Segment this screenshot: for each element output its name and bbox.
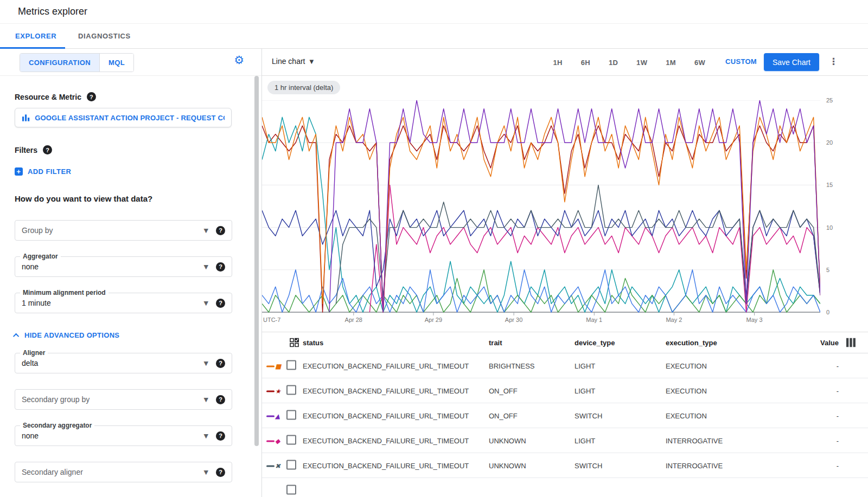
secondary-aggregator-select[interactable]: Secondary aggregator none ▼ ? — [15, 425, 232, 446]
time-range-6h[interactable]: 6H — [581, 59, 590, 67]
configuration-panel: CONFIGURATION MQL ⚙ Resource & Metric ? … — [0, 49, 261, 497]
table-row: ✖EXECUTION_BACKEND_FAILURE_URL_TIMEOUTUN… — [262, 453, 868, 478]
add-box-icon: + — [15, 167, 23, 176]
hide-advanced-options-toggle[interactable]: HIDE ADVANCED OPTIONS — [15, 331, 119, 339]
time-range-6w[interactable]: 6W — [694, 59, 705, 67]
device-type-cell: LIGHT — [575, 386, 595, 395]
aggregator-select[interactable]: Aggregator none ▼ ? — [15, 256, 232, 277]
legend-table-header: status trait device_type execution_type … — [262, 332, 868, 353]
row-checkbox[interactable] — [286, 360, 296, 370]
column-header-device-type[interactable]: device_type — [575, 339, 615, 347]
series-line-swatch — [266, 365, 275, 367]
time-range-1d[interactable]: 1D — [609, 59, 618, 67]
help-icon[interactable]: ? — [216, 299, 225, 308]
x-tick-label: Apr 28 — [345, 317, 362, 323]
column-settings-icon[interactable] — [846, 338, 856, 347]
aligner-select[interactable]: Aligner delta ▼ ? — [15, 353, 232, 373]
metrics-explorer-app: Metrics explorer EXPLORER DIAGNOSTICS CO… — [0, 0, 868, 497]
chart-type-dropdown[interactable]: Line chart ▼ — [272, 57, 314, 66]
min-alignment-period-select[interactable]: Minimum alignment period 1 minute ▼ ? — [15, 293, 232, 313]
status-cell: EXECUTION_BACKEND_FAILURE_URL_TIMEOUT — [303, 411, 469, 419]
help-icon[interactable]: ? — [216, 226, 225, 235]
series-marker: ✖ — [266, 461, 285, 469]
value-cell: - — [750, 436, 839, 444]
tab-bar: EXPLORER DIAGNOSTICS — [0, 24, 868, 49]
column-header-value[interactable]: Value — [750, 339, 839, 347]
configuration-button[interactable]: CONFIGURATION — [20, 54, 99, 72]
y-tick-label: 25 — [826, 97, 833, 104]
row-checkbox[interactable] — [286, 410, 296, 419]
tab-diagnostics[interactable]: DIAGNOSTICS — [78, 24, 131, 49]
trait-cell: UNKNOWN — [489, 436, 526, 444]
chevron-down-icon: ▼ — [204, 433, 208, 440]
chevron-down-icon: ▼ — [204, 360, 208, 367]
toggle-all-series-icon[interactable] — [290, 338, 299, 347]
group-by-select[interactable]: Group by ▼ ? — [15, 220, 232, 241]
y-tick-label: 15 — [826, 182, 833, 188]
help-icon[interactable]: ? — [216, 468, 225, 477]
more-options-kebab-icon[interactable]: ⋮ — [829, 56, 838, 67]
series-line-swatch — [266, 390, 275, 392]
x-tick-label: Apr 30 — [505, 317, 522, 323]
bar-chart-icon — [22, 113, 30, 122]
configuration-form: Resource & Metric ? GOOGLE ASSISTANT ACT… — [0, 92, 261, 482]
help-icon[interactable]: ? — [87, 92, 96, 101]
trait-cell: BRIGHTNESS — [489, 362, 535, 370]
status-cell: EXECUTION_BACKEND_FAILURE_URL_TIMEOUT — [303, 436, 469, 444]
legend-table-body: ■EXECUTION_BACKEND_FAILURE_URL_TIMEOUTBR… — [262, 353, 868, 497]
y-tick-label: 10 — [826, 224, 833, 231]
secondary-aligner-select[interactable]: Secondary aligner ▼ ? — [15, 462, 232, 482]
line-chart-svg[interactable] — [262, 100, 820, 317]
column-header-status[interactable]: status — [303, 339, 323, 347]
chevron-down-icon: ▼ — [309, 59, 314, 64]
help-icon[interactable]: ? — [216, 431, 225, 441]
status-cell: EXECUTION_BACKEND_FAILURE_URL_TIMEOUT — [303, 386, 469, 395]
time-range-1w[interactable]: 1W — [636, 59, 647, 67]
settings-gear-icon[interactable]: ⚙ — [234, 55, 244, 66]
value-cell: - — [750, 411, 839, 419]
mql-button[interactable]: MQL — [99, 54, 133, 72]
row-checkbox[interactable] — [286, 460, 296, 469]
series-marker-icon: ■ — [275, 363, 281, 370]
help-icon[interactable]: ? — [216, 262, 225, 272]
left-panel-scrollbar[interactable] — [254, 76, 259, 446]
series-marker-icon: ✖ — [275, 462, 280, 470]
chevron-down-icon: ▼ — [204, 469, 208, 476]
time-range-1h[interactable]: 1H — [553, 59, 562, 67]
secondary-group-by-select[interactable]: Secondary group by ▼ ? — [15, 389, 232, 410]
time-range-1m[interactable]: 1M — [666, 59, 676, 67]
trait-cell: UNKNOWN — [489, 461, 526, 469]
row-checkbox[interactable] — [286, 435, 296, 444]
execution-type-cell: EXECUTION — [666, 386, 707, 395]
metric-selector-chip[interactable]: GOOGLE ASSISTANT ACTION PROJECT - REQUES… — [15, 108, 232, 127]
row-checkbox[interactable] — [286, 485, 296, 494]
add-filter-button[interactable]: + ADD FILTER — [15, 167, 71, 176]
series-marker-icon: ◆ — [275, 437, 280, 445]
execution-type-cell: INTERROGATIVE — [666, 436, 723, 444]
x-axis-labels: UTC-7 Apr 28Apr 29Apr 30May 1May 2May 3 — [262, 317, 821, 325]
help-icon[interactable]: ? — [43, 145, 52, 154]
x-tick-label: May 3 — [746, 317, 763, 323]
device-type-cell: LIGHT — [575, 436, 595, 444]
column-header-execution-type[interactable]: execution_type — [666, 339, 717, 347]
series-marker: ■ — [266, 362, 285, 370]
help-icon[interactable]: ? — [216, 359, 225, 368]
view-data-question: How do you want to view that data? — [15, 194, 247, 203]
series-marker: ◆ — [266, 436, 285, 444]
row-checkbox[interactable] — [286, 385, 296, 395]
column-header-trait[interactable]: trait — [489, 339, 502, 347]
resource-metric-label: Resource & Metric ? — [15, 92, 247, 101]
chevron-up-icon — [13, 333, 19, 339]
device-type-cell: LIGHT — [575, 362, 595, 370]
series-line-swatch — [266, 440, 275, 442]
device-type-cell: SWITCH — [575, 411, 602, 419]
status-cell: EXECUTION_BACKEND_FAILURE_URL_TIMEOUT — [303, 362, 469, 370]
save-chart-button[interactable]: Save Chart — [764, 53, 819, 71]
value-cell: - — [750, 461, 839, 469]
tab-explorer[interactable]: EXPLORER — [15, 24, 56, 49]
x-tick-label: May 1 — [586, 317, 602, 323]
chevron-down-icon: ▼ — [204, 227, 208, 234]
custom-time-range-button[interactable]: CUSTOM — [725, 57, 757, 66]
table-row — [262, 478, 868, 497]
help-icon[interactable]: ? — [216, 395, 225, 404]
